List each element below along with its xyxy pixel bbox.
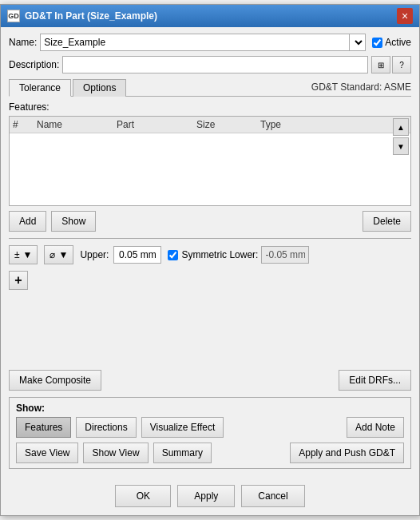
show-buttons-row-1: Features Directions Visualize Effect Add… <box>16 417 404 438</box>
title-bar-left: GD GD&T In Part (Size_Example) <box>7 10 157 22</box>
desc-label: Description: <box>9 59 59 70</box>
window-icon: GD <box>7 10 20 22</box>
symmetric-checkbox[interactable] <box>168 250 178 260</box>
main-window: GD GD&T In Part (Size_Example) × Name: ▼… <box>0 4 420 516</box>
scroll-up-button[interactable]: ▲ <box>393 118 409 136</box>
save-view-button[interactable]: Save View <box>16 443 78 463</box>
directions-button[interactable]: Directions <box>76 417 136 438</box>
diameter-symbol: ⌀ <box>50 249 55 260</box>
show-section: Show: Features Directions Visualize Effe… <box>9 397 411 469</box>
symmetric-group: Symmetric Lower: <box>168 246 309 264</box>
scroll-buttons: ▲ ▼ <box>391 117 410 157</box>
col-type: Type <box>257 118 410 131</box>
bottom-area: Make Composite Edit DRFs... Show: Featur… <box>1 365 419 480</box>
features-show-button[interactable]: Features <box>16 417 71 438</box>
cancel-button[interactable]: Cancel <box>241 485 304 507</box>
desc-input[interactable] <box>62 56 368 73</box>
features-label: Features: <box>9 101 411 113</box>
add-show-group: Add Show <box>9 211 96 232</box>
plusminus-arrow: ▼ <box>23 249 33 260</box>
show-row-2-left: Save View Show View Summary <box>16 443 212 463</box>
add-button[interactable]: Add <box>9 211 46 232</box>
name-row: Name: ▼ Active <box>9 34 411 51</box>
col-size: Size <box>193 118 257 131</box>
window-title: GD&T In Part (Size_Example) <box>25 10 157 22</box>
empty-area <box>9 295 411 359</box>
divider-1 <box>9 238 411 239</box>
upper-section: Upper: <box>80 246 161 264</box>
scroll-down-button[interactable]: ▼ <box>393 137 409 155</box>
apply-button[interactable]: Apply <box>177 485 235 507</box>
show-feature-button[interactable]: Show <box>51 211 96 232</box>
col-hash: # <box>10 118 34 131</box>
show-section-header: Show: <box>16 403 404 414</box>
active-label: Active <box>385 37 411 48</box>
close-button[interactable]: × <box>397 8 413 24</box>
lower-input[interactable] <box>261 246 309 264</box>
active-checkbox-group: Active <box>372 37 411 48</box>
tab-options[interactable]: Options <box>73 79 126 97</box>
features-btn-row: Add Show Delete <box>9 211 411 232</box>
symmetric-label: Symmetric Lower: <box>181 249 258 260</box>
make-composite-button[interactable]: Make Composite <box>9 370 101 391</box>
composite-row: Make Composite Edit DRFs... <box>9 370 411 391</box>
plusminus-dropdown[interactable]: ± ▼ <box>9 245 38 264</box>
add-note-button[interactable]: Add Note <box>347 417 404 438</box>
active-checkbox[interactable] <box>372 38 382 48</box>
features-container: # Name Part Size Type ▲ ▼ <box>9 116 411 206</box>
col-name: Name <box>34 118 113 131</box>
tabs: Tolerance Options <box>9 78 128 96</box>
name-dropdown[interactable]: ▼ <box>350 34 366 51</box>
name-label: Name: <box>9 37 37 48</box>
show-view-button[interactable]: Show View <box>83 443 148 463</box>
desc-row: Description: ⊞ ? <box>9 56 411 73</box>
dialog-buttons: OK Apply Cancel <box>1 480 419 515</box>
apply-push-button[interactable]: Apply and Push GD&T <box>290 443 404 463</box>
title-bar: GD GD&T In Part (Size_Example) × <box>1 5 419 27</box>
diameter-dropdown[interactable]: ⌀ ▼ <box>44 245 73 264</box>
desc-icon-btn1[interactable]: ⊞ <box>371 56 390 73</box>
visualize-button[interactable]: Visualize Effect <box>141 417 224 438</box>
tabs-area: Tolerance Options GD&T Standard: ASME <box>9 78 411 96</box>
features-section: Features: # Name Part Size Type ▲ ▼ <box>9 101 411 206</box>
table-body <box>10 133 410 205</box>
desc-icon-btn2[interactable]: ? <box>392 56 411 73</box>
add-row-button[interactable]: + <box>9 271 28 290</box>
standard-label: GD&T Standard: ASME <box>311 81 411 96</box>
upper-label: Upper: <box>80 249 109 260</box>
table-header: # Name Part Size Type <box>10 117 410 133</box>
show-buttons-row-2: Save View Show View Summary Apply and Pu… <box>16 443 404 463</box>
ok-button[interactable]: OK <box>115 485 171 507</box>
name-input[interactable] <box>40 34 350 51</box>
plusminus-symbol: ± <box>14 249 20 260</box>
tab-tolerance[interactable]: Tolerance <box>9 79 71 97</box>
main-content: Name: ▼ Active Description: ⊞ ? Toleranc… <box>1 27 419 365</box>
controls-row: ± ▼ ⌀ ▼ Upper: Symmetric Lower: <box>9 245 411 264</box>
summary-button[interactable]: Summary <box>153 443 212 463</box>
diameter-arrow: ▼ <box>58 249 68 260</box>
edit-drfs-button[interactable]: Edit DRFs... <box>339 370 411 391</box>
col-part: Part <box>113 118 193 131</box>
plus-row: + <box>9 271 411 290</box>
delete-button[interactable]: Delete <box>363 211 411 232</box>
upper-input[interactable] <box>113 246 161 264</box>
